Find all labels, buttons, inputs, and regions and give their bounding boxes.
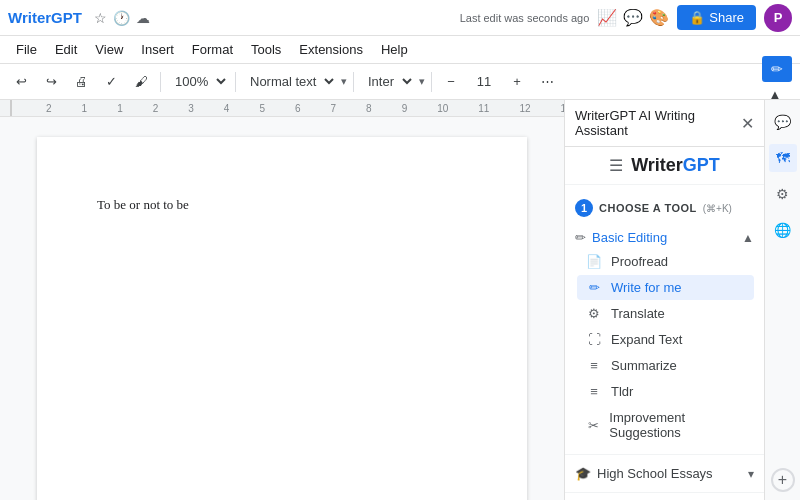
font-size-increase[interactable]: + [504, 69, 530, 95]
main-area: 2 1 1 2 3 4 5 6 7 8 9 10 11 12 13 14 15 … [0, 100, 800, 500]
separator-2 [235, 72, 236, 92]
panel-title: WriterGPT AI Writing Assistant [575, 108, 741, 138]
star-icon[interactable]: ☆ [94, 10, 107, 26]
doc-text: To be or not to be [97, 197, 467, 213]
sidebar-translate-icon[interactable]: 🌐 [769, 216, 797, 244]
menu-view[interactable]: View [87, 39, 131, 60]
separator-1 [160, 72, 161, 92]
right-panels: WriterGPT AI Writing Assistant ✕ ☰ Write… [564, 100, 800, 500]
step1-circle: 1 [575, 199, 593, 217]
essays-chevron: ▾ [748, 467, 754, 481]
sidebar-chat-icon[interactable]: 💬 [769, 108, 797, 136]
writergpt-panel: WriterGPT AI Writing Assistant ✕ ☰ Write… [564, 100, 764, 500]
tool-expand-text[interactable]: ⛶ Expand Text [577, 327, 754, 352]
menu-bar: File Edit View Insert Format Tools Exten… [0, 36, 800, 64]
title-icons: ☆ 🕐 ☁ [94, 10, 150, 26]
separator-4 [431, 72, 432, 92]
ruler-marks: 2 1 1 2 3 4 5 6 7 8 9 10 11 12 13 14 15 [46, 103, 564, 114]
translate-label: Translate [611, 306, 665, 321]
sidebar-icons: 💬 🗺 ⚙ 🌐 + [764, 100, 800, 500]
essays-header[interactable]: 🎓 High School Essays ▾ [575, 463, 754, 484]
panel-logo: WriterGPT [631, 155, 720, 176]
step1-label: CHOOSE A TOOL [599, 202, 697, 214]
history-icon[interactable]: 🕐 [113, 10, 130, 26]
font-select[interactable]: Inter [360, 71, 415, 92]
tldr-icon: ≡ [585, 384, 603, 399]
app-logo: WriterGPT [8, 9, 82, 26]
redo-button[interactable]: ↪ [38, 69, 64, 95]
summarize-label: Summarize [611, 358, 677, 373]
write-for-me-label: Write for me [611, 280, 682, 295]
summarize-icon: ≡ [585, 358, 603, 373]
panel-logo-area: ☰ WriterGPT [565, 147, 764, 185]
zoom-select[interactable]: 100% [167, 71, 229, 92]
step1-header: 1 CHOOSE A TOOL (⌘+K) [565, 193, 764, 223]
tool-tldr[interactable]: ≡ Tldr [577, 379, 754, 404]
basic-editing-label: Basic Editing [592, 230, 667, 245]
pencil-icon: ✏ [575, 230, 586, 245]
font-chevron: ▾ [419, 75, 425, 88]
basic-editing-chevron: ▲ [742, 231, 754, 245]
doc-area: 2 1 1 2 3 4 5 6 7 8 9 10 11 12 13 14 15 … [0, 100, 564, 500]
undo-button[interactable]: ↩ [8, 69, 34, 95]
sidebar-map-icon[interactable]: 🗺 [769, 144, 797, 172]
cloud-icon[interactable]: ☁ [136, 10, 150, 26]
menu-edit[interactable]: Edit [47, 39, 85, 60]
menu-extensions[interactable]: Extensions [291, 39, 371, 60]
trending-icon[interactable]: 📈 [597, 8, 617, 27]
writer-logo-text: WriterGPT [631, 155, 720, 176]
font-size-decrease[interactable]: − [438, 69, 464, 95]
pen-mode-button[interactable]: ✏ [762, 56, 792, 82]
tool-summarize[interactable]: ≡ Summarize [577, 353, 754, 378]
improvement-label: Improvement Suggestions [609, 410, 746, 440]
separator-3 [353, 72, 354, 92]
ruler-corner [10, 100, 12, 116]
basic-editing-header[interactable]: ✏ Basic Editing ▲ [575, 227, 754, 248]
tool-write-for-me[interactable]: ✏ Write for me [577, 275, 754, 300]
print-button[interactable]: 🖨 [68, 69, 94, 95]
panel-close-button[interactable]: ✕ [741, 114, 754, 133]
essays-label: High School Essays [597, 466, 713, 481]
expand-label: Expand Text [611, 332, 682, 347]
basic-editing-left: ✏ Basic Editing [575, 230, 667, 245]
spellcheck-button[interactable]: ✓ [98, 69, 124, 95]
doc-page[interactable]: To be or not to be [37, 137, 527, 500]
font-size-input[interactable] [468, 74, 500, 89]
tool-items: 📄 Proofread ✏ Write for me ⚙ Translate [575, 249, 754, 445]
style-chevron: ▾ [341, 75, 347, 88]
sidebar-add-area: + [771, 468, 795, 492]
step1-shortcut: (⌘+K) [703, 203, 732, 214]
tool-category-basic-editing: ✏ Basic Editing ▲ 📄 Proofread [565, 223, 764, 450]
chat-icon[interactable]: 💬 [623, 8, 643, 27]
menu-help[interactable]: Help [373, 39, 416, 60]
right-icons: 📈 💬 🎨 [597, 8, 669, 27]
more-options-button[interactable]: ⋯ [534, 69, 560, 95]
tool-proofread[interactable]: 📄 Proofread [577, 249, 754, 274]
proofread-icon: 📄 [585, 254, 603, 269]
add-button[interactable]: + [771, 468, 795, 492]
last-edit: Last edit was seconds ago [460, 12, 590, 24]
improvement-icon: ✂ [585, 418, 601, 433]
avatar[interactable]: P [764, 4, 792, 32]
divider-1 [565, 454, 764, 455]
menu-tools[interactable]: Tools [243, 39, 289, 60]
share-button[interactable]: 🔒 Share [677, 5, 756, 30]
menu-insert[interactable]: Insert [133, 39, 182, 60]
sidebar-settings-icon[interactable]: ⚙ [769, 180, 797, 208]
hamburger-icon[interactable]: ☰ [609, 156, 623, 175]
style-select[interactable]: Normal text [242, 71, 337, 92]
menu-file[interactable]: File [8, 39, 45, 60]
tool-translate[interactable]: ⚙ Translate [577, 301, 754, 326]
divider-2 [565, 492, 764, 493]
essays-icon: 🎓 [575, 466, 591, 481]
tool-improvement[interactable]: ✂ Improvement Suggestions [577, 405, 754, 445]
expand-icon: ⛶ [585, 332, 603, 347]
ruler: 2 1 1 2 3 4 5 6 7 8 9 10 11 12 13 14 15 [0, 100, 564, 117]
panel-body: 1 CHOOSE A TOOL (⌘+K) ✏ Basic Editing ▲ [565, 185, 764, 500]
tldr-label: Tldr [611, 384, 633, 399]
toolbar: ↩ ↪ 🖨 ✓ 🖌 100% Normal text ▾ Inter ▾ − +… [0, 64, 800, 100]
apps-icon[interactable]: 🎨 [649, 8, 669, 27]
paint-format-button[interactable]: 🖌 [128, 69, 154, 95]
proofread-label: Proofread [611, 254, 668, 269]
menu-format[interactable]: Format [184, 39, 241, 60]
